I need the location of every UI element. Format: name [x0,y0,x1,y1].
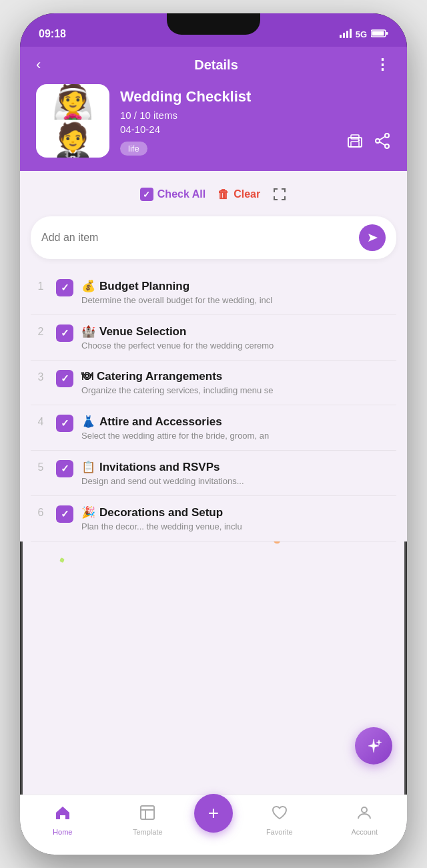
main-content: ✓ Check All 🗑 Clear [20,171,407,541]
item-title: 🍽 Catering Arrangements [81,370,394,383]
item-number: 4 [33,415,48,428]
checklist-thumbnail: 👰🤵 [36,84,109,158]
add-item-input[interactable] [41,232,359,244]
back-button[interactable]: ‹ [36,56,57,73]
checklist-items: 1 ✓ 💰 Budget Planning Determine the over… [31,270,396,541]
clear-button[interactable]: 🗑 Clear [218,188,260,202]
item-emoji: 👗 [81,415,95,429]
item-desc: Organize the catering services, includin… [81,385,394,395]
svg-point-12 [376,139,380,143]
item-number: 3 [33,370,48,383]
network-label: 5G [356,29,367,39]
item-emoji: 🏰 [81,324,95,339]
nav-favorite-label: Favorite [266,828,293,836]
list-item: 3 ✓ 🍽 Catering Arrangements Organize the… [31,361,396,405]
nav-template-label: Template [133,828,163,836]
svg-rect-16 [141,806,154,819]
more-button[interactable]: ⋮ [375,56,391,73]
nav-home[interactable]: Home [20,804,105,836]
nav-account-label: Account [351,828,378,836]
checklist-meta: Wedding Checklist 10 / 10 items 04-10-24… [120,84,335,156]
checklist-emoji: 👰🤵 [36,84,109,158]
account-icon [356,804,373,825]
list-item: 4 ✓ 👗 Attire and Accessories Select the … [31,405,396,451]
svg-point-19 [362,807,367,813]
item-content: 💰 Budget Planning Determine the overall … [81,279,394,305]
item-checkbox[interactable]: ✓ [56,370,73,387]
item-title: 🎉 Decorations and Setup [81,505,394,519]
checklist-info: 👰🤵 Wedding Checklist 10 / 10 items 04-10… [36,84,391,158]
print-icon[interactable] [346,132,364,155]
nav-home-label: Home [53,828,72,836]
item-desc: Plan the decor... the wedding venue, inc… [81,521,394,531]
item-checkbox[interactable]: ✓ [56,415,73,432]
list-item: 2 ✓ 🏰 Venue Selection Choose the perfect… [31,315,396,361]
item-number: 5 [33,460,48,473]
item-content: 🎉 Decorations and Setup Plan the decor..… [81,505,394,531]
signal-bars [340,29,352,40]
nav-favorite[interactable]: Favorite [237,804,322,836]
item-emoji: 📋 [81,460,95,474]
item-number: 2 [33,324,48,338]
svg-line-14 [380,137,385,140]
list-item: 6 ✓ 🎉 Decorations and Setup Plan the dec… [31,496,396,541]
svg-rect-3 [350,29,352,38]
battery-icon [371,29,388,40]
svg-rect-5 [372,31,384,35]
item-title: 👗 Attire and Accessories [81,415,394,429]
svg-rect-0 [340,35,342,38]
item-checkbox[interactable]: ✓ [56,460,73,477]
item-content: 🍽 Catering Arrangements Organize the cat… [81,370,394,395]
item-title-text: Attire and Accessories [99,415,222,429]
clear-label: Clear [234,188,260,200]
check-all-icon: ✓ [140,188,153,201]
header: ‹ Details ⋮ 👰🤵 Wedding Checklist 10 / 10… [20,47,407,171]
item-checkbox[interactable]: ✓ [56,324,73,342]
list-item: 1 ✓ 💰 Budget Planning Determine the over… [31,270,396,315]
item-emoji: 🎉 [81,505,95,519]
status-icons: 5G [340,29,388,40]
item-title: 💰 Budget Planning [81,279,394,293]
checklist-name: Wedding Checklist [120,88,335,105]
phone-frame: 09:18 5G ‹ Detai [20,13,407,855]
item-content: 🏰 Venue Selection Choose the perfect ven… [81,324,394,351]
checklist-tag: life [120,142,147,156]
bottom-nav: Home Template + Favorite [20,795,407,855]
checklist-count: 10 / 10 items [120,110,335,121]
nav-template[interactable]: Template [105,804,191,836]
nav-add[interactable]: + [190,807,237,833]
item-title-text: Budget Planning [99,280,189,293]
sparkle-fab[interactable] [355,727,392,765]
add-submit-button[interactable] [359,224,386,251]
item-checkbox[interactable]: ✓ [56,279,73,296]
nav-add-button[interactable]: + [194,794,233,833]
item-desc: Select the wedding attire for the bride,… [81,431,394,441]
checklist-date: 04-10-24 [120,124,335,135]
svg-rect-2 [346,31,348,38]
checklist-actions [346,132,391,158]
expand-button[interactable] [272,187,287,202]
svg-rect-8 [351,142,359,147]
check-all-button[interactable]: ✓ Check All [140,188,205,201]
header-nav: ‹ Details ⋮ [36,56,391,73]
item-checkbox[interactable]: ✓ [56,505,73,523]
item-title-text: Venue Selection [99,325,186,339]
share-icon[interactable] [374,132,391,155]
item-content: 📋 Invitations and RSVPs Design and send … [81,460,394,486]
item-number: 6 [33,505,48,519]
nav-account[interactable]: Account [322,804,408,836]
svg-rect-1 [343,33,345,38]
trash-icon: 🗑 [218,188,230,202]
home-icon [54,804,71,825]
item-emoji: 💰 [81,279,95,293]
item-emoji: 🍽 [81,370,93,383]
item-number: 1 [33,279,48,292]
item-title-text: Catering Arrangements [97,370,222,383]
item-title-text: Invitations and RSVPs [99,461,220,474]
svg-point-13 [385,144,389,148]
check-all-label: Check All [157,188,205,200]
item-title: 🏰 Venue Selection [81,324,394,339]
notch [167,13,260,35]
favorite-icon [271,804,288,825]
svg-point-10 [358,140,360,142]
